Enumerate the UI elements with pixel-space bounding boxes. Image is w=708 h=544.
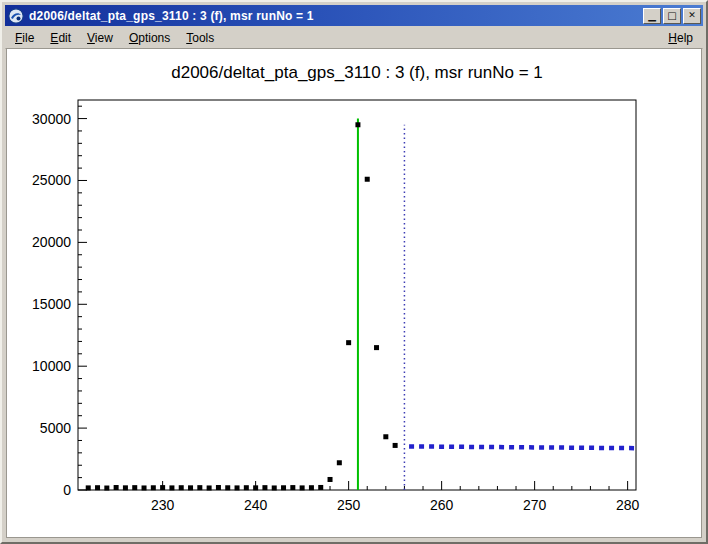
data-point [169, 485, 174, 490]
data-point [290, 485, 295, 490]
y-tick-label: 30000 [32, 111, 71, 127]
menu-bar: FileEditViewOptionsToolsHelp [5, 28, 703, 49]
data-point [309, 485, 314, 490]
data-point [104, 486, 109, 491]
menu-options[interactable]: Options [121, 29, 178, 47]
data-point [95, 485, 100, 490]
minimize-icon: ▁ [648, 11, 656, 20]
data-point [318, 485, 323, 490]
x-tick-label: 250 [337, 497, 361, 513]
menu-tools[interactable]: Tools [178, 29, 222, 47]
y-tick-label: 15000 [32, 296, 71, 312]
maximize-button[interactable]: □ [663, 8, 681, 24]
x-tick-label: 260 [430, 497, 454, 513]
menu-edit[interactable]: Edit [42, 29, 79, 47]
data-point [188, 485, 193, 490]
y-tick-label: 10000 [32, 358, 71, 374]
data-point [281, 485, 286, 490]
app-window: d2006/deltat_pta_gps_3110 : 3 (f), msr r… [0, 0, 708, 544]
app-icon[interactable] [8, 8, 24, 24]
menu-file[interactable]: File [7, 29, 42, 47]
data-point [225, 485, 230, 490]
data-point [207, 485, 212, 490]
chart-title: d2006/deltat_pta_gps_3110 : 3 (f), msr r… [171, 63, 543, 82]
y-tick-label: 5000 [40, 420, 71, 436]
data-point [346, 340, 351, 345]
data-point [262, 485, 267, 490]
data-point [142, 485, 147, 490]
data-point [235, 485, 240, 490]
x-tick-label: 280 [616, 497, 640, 513]
data-point [151, 485, 156, 490]
data-point [328, 477, 333, 482]
data-point [86, 485, 91, 490]
data-point [337, 460, 342, 465]
y-tick-label: 25000 [32, 172, 71, 188]
window-title: d2006/deltat_pta_gps_3110 : 3 (f), msr r… [29, 9, 638, 23]
minimize-button[interactable]: ▁ [643, 8, 661, 24]
data-point [253, 485, 258, 490]
data-point [244, 485, 249, 490]
data-point [132, 485, 137, 490]
x-tick-label: 270 [523, 497, 547, 513]
data-point [123, 485, 128, 490]
chart-svg: d2006/deltat_pta_gps_3110 : 3 (f), msr r… [7, 49, 707, 543]
plot-canvas[interactable]: d2006/deltat_pta_gps_3110 : 3 (f), msr r… [6, 48, 702, 538]
data-point [300, 485, 305, 490]
close-button[interactable]: ✕ [683, 8, 701, 24]
data-point [272, 485, 277, 490]
y-tick-label: 20000 [32, 234, 71, 250]
data-point [393, 443, 398, 448]
x-tick-label: 240 [244, 497, 268, 513]
menu-view[interactable]: View [79, 29, 121, 47]
app-icon-image [8, 8, 24, 24]
x-tick-label: 230 [151, 497, 175, 513]
window-controls: ▁□✕ [643, 8, 701, 24]
title-bar[interactable]: d2006/deltat_pta_gps_3110 : 3 (f), msr r… [5, 5, 703, 26]
data-point [179, 485, 184, 490]
menu-help[interactable]: Help [660, 29, 701, 47]
data-point [114, 485, 119, 490]
data-point [197, 485, 202, 490]
data-point [365, 177, 370, 182]
data-point [355, 122, 360, 127]
close-icon: ✕ [688, 11, 696, 20]
data-point [383, 434, 388, 439]
y-tick-label: 0 [63, 482, 71, 498]
maximize-icon: □ [667, 11, 676, 20]
data-point [216, 485, 221, 490]
data-point [160, 485, 165, 490]
background-level-line [409, 446, 635, 448]
data-point [374, 345, 379, 350]
